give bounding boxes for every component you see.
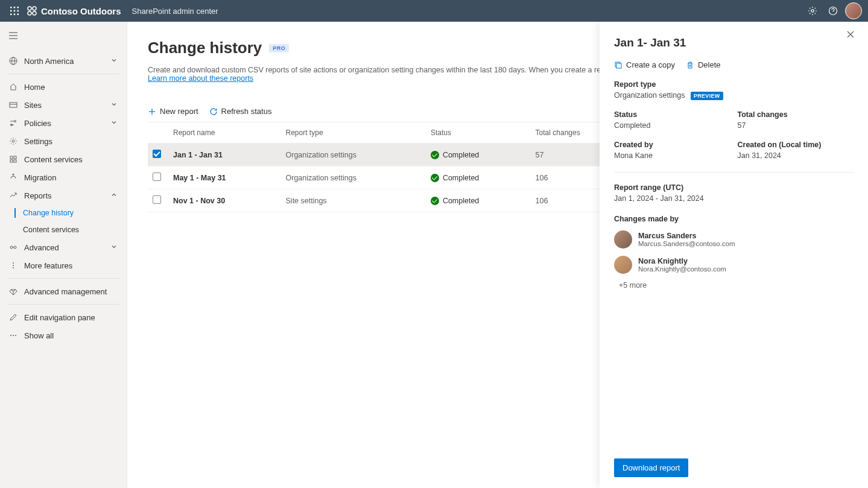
more-people[interactable]: +5 more	[619, 281, 854, 290]
create-copy-button[interactable]: Create a copy	[614, 60, 675, 69]
svg-rect-2	[17, 7, 19, 8]
svg-rect-1	[14, 7, 16, 8]
refresh-button[interactable]: Refresh status	[209, 107, 272, 116]
cell-status: Completed	[426, 189, 531, 212]
svg-point-32	[10, 246, 13, 249]
gear-icon	[8, 136, 18, 146]
svg-rect-7	[14, 14, 16, 16]
panel-title: Jan 1- Jan 31	[614, 36, 854, 49]
app-launcher-icon[interactable]	[5, 1, 24, 21]
details-panel: Jan 1- Jan 31 Create a copy Delete Repor…	[600, 22, 868, 488]
label-status: Status	[614, 110, 730, 119]
nav-policies[interactable]: Policies	[0, 114, 127, 132]
person-email: Marcus.Sanders@contoso.com	[638, 240, 735, 247]
nav-show-all[interactable]: Show all	[0, 326, 127, 344]
svg-rect-5	[17, 10, 19, 12]
col-report-name[interactable]: Report name	[168, 122, 281, 144]
brand-name: Contoso Outdoors	[41, 6, 121, 16]
trash-icon	[686, 61, 694, 69]
row-checkbox[interactable]	[153, 195, 161, 204]
row-checkbox[interactable]	[153, 173, 161, 181]
check-circle-icon	[431, 174, 439, 182]
svg-point-9	[28, 7, 31, 10]
nav-reports-content-services[interactable]: Content services	[0, 221, 127, 238]
learn-more-link[interactable]: Learn more about these reports	[148, 74, 253, 83]
download-report-button[interactable]: Download report	[614, 458, 688, 477]
person-avatar	[614, 256, 632, 274]
value-created-by: Mona Kane	[614, 151, 730, 160]
nav-home[interactable]: Home	[0, 78, 127, 96]
nav-collapse-icon[interactable]	[2, 27, 24, 45]
value-status: Completed	[614, 121, 730, 130]
svg-point-40	[15, 335, 16, 336]
app-name: SharePoint admin center	[131, 7, 218, 16]
cell-report-name: Jan 1 - Jan 31	[168, 144, 281, 166]
label-total-changes: Total changes	[738, 110, 854, 119]
svg-point-12	[33, 11, 36, 15]
person-item: Nora KnightlyNora.Knightly@contoso.com	[614, 256, 854, 274]
svg-point-13	[811, 10, 814, 12]
cell-status: Completed	[426, 144, 531, 166]
cell-status: Completed	[426, 166, 531, 189]
svg-rect-6	[10, 14, 12, 16]
svg-rect-21	[10, 103, 17, 107]
col-report-type[interactable]: Report type	[281, 122, 426, 144]
cell-report-type: Site settings	[281, 189, 426, 212]
nav-advanced-management[interactable]: Advanced management	[0, 282, 127, 300]
pencil-icon	[8, 312, 18, 322]
svg-point-27	[12, 140, 14, 142]
brand-logo: Contoso Outdoors	[27, 5, 121, 16]
svg-point-37	[13, 267, 14, 268]
chevron-up-icon	[111, 192, 118, 199]
svg-point-39	[13, 335, 14, 336]
nav-edit-pane[interactable]: Edit navigation pane	[0, 308, 127, 326]
nav-region-label: North America	[24, 57, 111, 66]
refresh-icon	[209, 107, 218, 116]
person-name: Marcus Sanders	[638, 232, 735, 240]
chevron-down-icon	[111, 101, 118, 109]
value-created-on: Jan 31, 2024	[738, 151, 854, 160]
check-circle-icon	[431, 151, 439, 159]
main-content: Change history PRO Create and download c…	[127, 22, 868, 488]
svg-point-36	[13, 265, 14, 266]
cell-report-name: May 1 - May 31	[168, 166, 281, 189]
reports-icon	[8, 191, 18, 200]
advanced-icon	[8, 242, 18, 252]
nav-region-selector[interactable]: North America	[0, 52, 127, 70]
row-checkbox[interactable]	[153, 150, 161, 158]
person-email: Nora.Knightly@contoso.com	[638, 265, 726, 273]
pro-badge: PRO	[269, 44, 289, 52]
svg-rect-8	[17, 14, 19, 16]
nav-settings[interactable]: Settings	[0, 132, 127, 150]
nav-advanced[interactable]: Advanced	[0, 238, 127, 256]
label-changes-made-by: Changes made by	[614, 215, 854, 223]
person-item: Marcus SandersMarcus.Sanders@contoso.com	[614, 230, 854, 249]
nav-more-features[interactable]: More features	[0, 256, 127, 274]
new-report-button[interactable]: New report	[148, 107, 198, 116]
col-status[interactable]: Status	[426, 122, 531, 144]
delete-button[interactable]: Delete	[686, 60, 721, 69]
nav-reports[interactable]: Reports	[0, 186, 127, 204]
globe-icon	[8, 56, 18, 66]
settings-icon[interactable]	[803, 1, 822, 21]
nav-content-services[interactable]: Content services	[0, 150, 127, 168]
cell-report-type: Organization settings	[281, 166, 426, 189]
user-avatar[interactable]	[844, 1, 863, 21]
nav-change-history[interactable]: Change history	[0, 204, 127, 221]
svg-rect-29	[14, 156, 16, 159]
chevron-down-icon	[111, 119, 118, 127]
svg-point-24	[14, 121, 16, 122]
page-title: Change history	[148, 39, 262, 57]
svg-rect-30	[10, 160, 13, 162]
label-report-type: Report type	[614, 80, 854, 89]
nav-migration[interactable]: Migration	[0, 168, 127, 186]
svg-point-33	[14, 246, 16, 249]
person-avatar	[614, 230, 632, 249]
close-icon[interactable]	[846, 30, 858, 42]
help-icon[interactable]	[823, 1, 843, 21]
more-icon	[8, 261, 18, 270]
nav-sites[interactable]: Sites	[0, 96, 127, 114]
brand-mark-icon	[27, 5, 37, 16]
svg-rect-0	[10, 7, 12, 8]
person-name: Nora Knightly	[638, 257, 726, 265]
